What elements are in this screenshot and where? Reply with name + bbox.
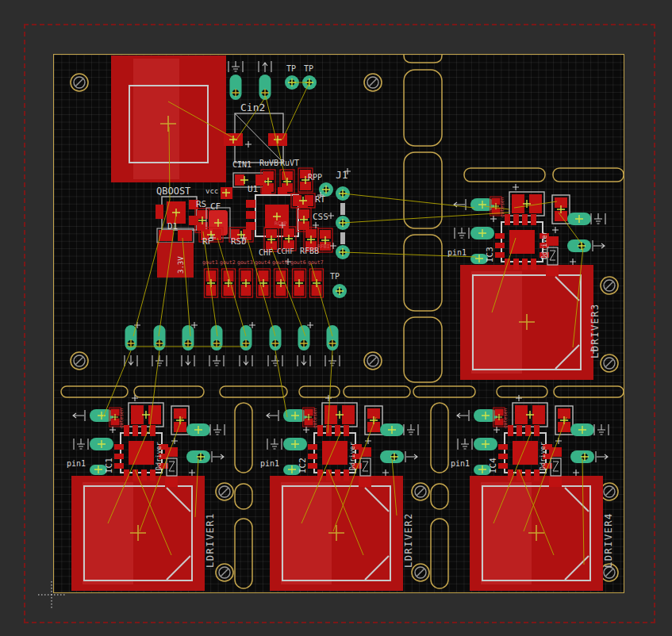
mounting-hole bbox=[601, 564, 618, 581]
gout1-footprint bbox=[205, 269, 218, 297]
cin1-footprint bbox=[233, 173, 265, 187]
board-graphics bbox=[0, 0, 672, 636]
ldriver2-pad bbox=[270, 476, 403, 591]
qboost-pad bbox=[111, 56, 226, 182]
mounting-hole bbox=[71, 74, 88, 91]
vcc-pad bbox=[221, 187, 232, 199]
mounting-hole bbox=[601, 277, 618, 294]
qboost-footprint bbox=[156, 197, 198, 230]
mounting-hole bbox=[412, 564, 429, 581]
mounting-hole bbox=[216, 564, 233, 581]
mounting-hole bbox=[601, 483, 618, 500]
ic4-cluster bbox=[457, 395, 609, 487]
power-pads[interactable] bbox=[71, 56, 603, 591]
rfbi-footprint bbox=[318, 228, 332, 252]
slot-partial-top bbox=[404, 54, 442, 63]
rsd-footprint bbox=[229, 228, 253, 242]
mounting-hole bbox=[364, 352, 382, 370]
cchf-footprint bbox=[282, 227, 296, 251]
rfbb-footprint bbox=[304, 228, 318, 251]
mounting-hole bbox=[71, 352, 88, 370]
mounting-hole bbox=[601, 354, 618, 372]
rpp-footprint bbox=[298, 168, 313, 192]
mounting-hole bbox=[412, 483, 429, 500]
mounting-hole bbox=[364, 74, 382, 91]
mounting-hole bbox=[216, 483, 233, 500]
input-pad bbox=[230, 75, 242, 100]
ic3-cluster bbox=[454, 184, 605, 276]
ic1-cluster bbox=[73, 395, 225, 487]
gout4-footprint bbox=[257, 269, 271, 297]
ic2-cluster bbox=[267, 395, 418, 487]
ldriver1-pad bbox=[71, 476, 205, 591]
gout3-footprint bbox=[240, 269, 253, 297]
via-pad bbox=[319, 182, 333, 197]
input-pad bbox=[259, 75, 271, 100]
d1-footprint bbox=[157, 228, 194, 278]
tp-pad bbox=[332, 284, 347, 298]
connector-pad-row[interactable] bbox=[125, 325, 340, 366]
gout6-footprint bbox=[293, 269, 306, 297]
ldriver3-pad bbox=[460, 265, 593, 380]
origin-crosshair bbox=[38, 581, 65, 608]
pcb-editor-canvas[interactable]: QBOOST Cin2 CIN1 RuVB RuVT RPP J1 U1 RT … bbox=[0, 0, 672, 636]
